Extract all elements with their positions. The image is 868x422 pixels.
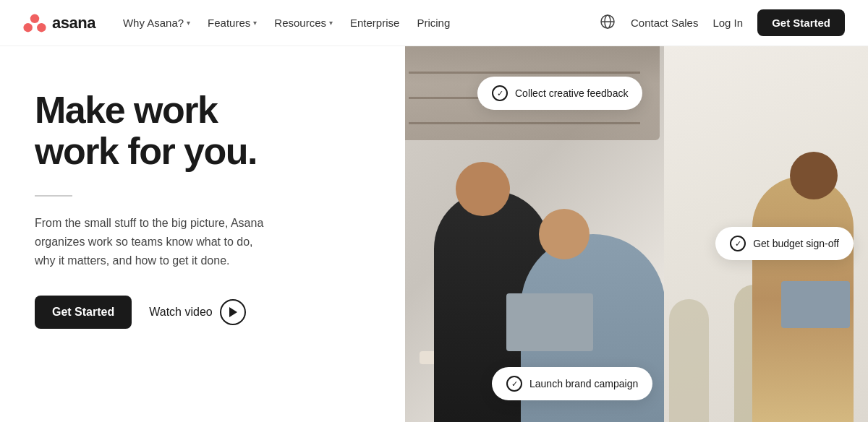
person-seated-head xyxy=(539,209,590,259)
nav-left: asana Why Asana? ▾ Features ▾ Resources … xyxy=(23,11,457,35)
check-icon-2: ✓ xyxy=(730,236,746,251)
svg-point-0 xyxy=(30,14,39,22)
chevron-down-icon: ▾ xyxy=(253,19,257,27)
logo[interactable]: asana xyxy=(23,13,95,33)
nav-item-why-asana[interactable]: Why Asana? ▾ xyxy=(116,11,197,35)
nav-item-pricing[interactable]: Pricing xyxy=(409,11,457,35)
nav-item-enterprise[interactable]: Enterprise xyxy=(343,11,407,35)
chevron-down-icon: ▾ xyxy=(329,19,333,27)
laptop xyxy=(506,293,593,351)
hero-actions: Get Started Watch video xyxy=(35,296,370,329)
check-icon-1: ✓ xyxy=(492,85,508,101)
shelf-line-3 xyxy=(409,122,640,124)
person-right-laptop xyxy=(781,281,850,328)
nav-item-resources[interactable]: Resources ▾ xyxy=(267,11,340,35)
play-circle-icon xyxy=(220,299,246,325)
hero-description: From the small stuff to the big picture,… xyxy=(35,214,266,270)
hero-divider xyxy=(35,195,72,197)
shelf-line-1 xyxy=(409,72,640,74)
nav-links: Why Asana? ▾ Features ▾ Resources ▾ Ente… xyxy=(116,11,457,35)
person-right-head xyxy=(790,152,838,199)
globe-icon[interactable] xyxy=(599,13,616,33)
svg-point-1 xyxy=(23,23,32,32)
svg-point-2 xyxy=(37,23,46,32)
get-started-nav-button[interactable]: Get Started xyxy=(757,9,845,36)
navbar: asana Why Asana? ▾ Features ▾ Resources … xyxy=(0,0,868,46)
play-triangle-icon xyxy=(229,307,237,317)
contact-sales-link[interactable]: Contact Sales xyxy=(631,17,698,29)
nav-item-features[interactable]: Features ▾ xyxy=(200,11,264,35)
chevron-down-icon: ▾ xyxy=(187,19,190,27)
person-standing-head xyxy=(456,162,510,216)
main-content: Make work work for you. From the small s… xyxy=(0,46,868,422)
get-started-hero-button[interactable]: Get Started xyxy=(35,296,132,329)
watch-video-button[interactable]: Watch video xyxy=(149,299,245,325)
hero-image-panel: ✓ Collect creative feedback ✓ Get budget… xyxy=(405,46,868,422)
check-icon-3: ✓ xyxy=(506,376,522,392)
hero-title: Make work work for you. xyxy=(35,90,370,172)
task-card-3: ✓ Launch brand campaign xyxy=(492,367,652,400)
task-card-2: ✓ Get budget sign-off xyxy=(715,227,854,260)
nav-right: Contact Sales Log In Get Started xyxy=(599,9,845,36)
task-card-1: ✓ Collect creative feedback xyxy=(477,77,642,110)
hero-section: Make work work for you. From the small s… xyxy=(0,46,405,422)
bg-person-small xyxy=(669,299,709,422)
asana-logo-icon xyxy=(23,13,46,33)
log-in-link[interactable]: Log In xyxy=(712,17,743,29)
logo-text: asana xyxy=(52,14,95,33)
